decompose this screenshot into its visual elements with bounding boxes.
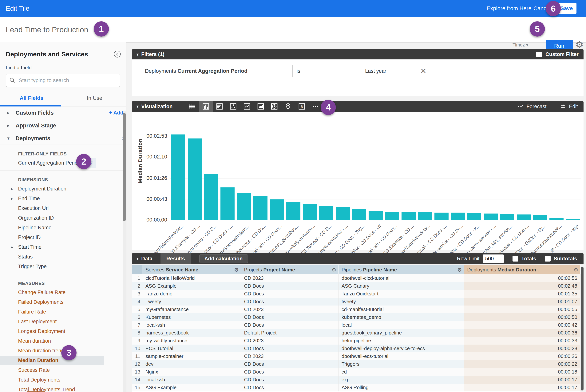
column-gear-icon[interactable]: ⚙ [574, 267, 578, 273]
field-item-project-id[interactable]: Project ID [0, 232, 126, 242]
project-name-cell[interactable]: CD Docs [241, 282, 339, 290]
pipeline-name-cell[interactable]: Triggers [339, 360, 464, 368]
chart-bar[interactable] [566, 219, 580, 220]
tile-title[interactable]: Lead Time to Production [6, 26, 88, 36]
field-item-status[interactable]: Status [0, 252, 126, 262]
chart-bar[interactable] [533, 215, 547, 220]
area-chart-icon[interactable] [254, 101, 267, 112]
chart-bar[interactable] [484, 214, 498, 220]
column-header-service-name[interactable]: Services Service Name⚙ [142, 265, 241, 274]
chart-bar[interactable] [188, 138, 202, 220]
pipeline-name-cell[interactable]: cd-manifest-tutorial [339, 306, 464, 313]
chart-bar[interactable] [286, 202, 300, 220]
column-header-median-duration[interactable]: Deployments Median Duration ↓⚙ [464, 265, 581, 274]
field-item-median-duration[interactable]: Median Duration [0, 356, 104, 365]
project-name-cell[interactable]: CD Docs [241, 313, 339, 321]
project-name-cell[interactable]: CD Docs [241, 344, 339, 352]
chart-bar[interactable] [418, 212, 432, 220]
project-name-cell[interactable]: CD 2023 [241, 352, 339, 360]
service-name-cell[interactable]: cicdTutorialHelloWorld [142, 274, 241, 282]
median-duration-cell[interactable]: 00:01:07 [464, 298, 581, 306]
data-section-bar[interactable]: ▾ Data Results Add calculation Row Limit… [132, 253, 584, 264]
visualization-section-bar[interactable]: ▾ Visualization 6 Forecast Edit [132, 101, 584, 112]
edit-vis-button[interactable]: Edit [560, 103, 578, 110]
chart-bar[interactable] [303, 204, 317, 220]
forecast-button[interactable]: Forecast [517, 103, 547, 110]
service-name-cell[interactable]: sample-container [142, 352, 241, 360]
sidebar-scrollbar-thumb[interactable] [123, 113, 126, 221]
pipeline-name-cell[interactable]: dbothwell-cicd-tutorial [339, 274, 464, 282]
median-duration-cell[interactable]: 00:02:56 [464, 274, 581, 282]
chart-bar[interactable] [204, 174, 218, 220]
sidebar-group-deployments[interactable]: ▾Deployments2 [0, 132, 126, 145]
chart-bar[interactable] [270, 200, 284, 220]
field-item-total-deployments[interactable]: Total Deployments [0, 375, 126, 385]
filter-operator-select[interactable]: is [292, 65, 350, 77]
chart-bar[interactable] [550, 218, 564, 220]
sidebar-group-custom-fields[interactable]: ▸Custom Fields+ Add [0, 106, 126, 119]
chart-bar[interactable] [352, 209, 366, 220]
filters-collapse-icon[interactable]: ▾ [136, 52, 139, 57]
service-name-cell[interactable]: harness_guestbook [142, 329, 241, 337]
field-item-start-time[interactable]: ▸Start Time [0, 242, 126, 252]
column-gear-icon[interactable]: ⚙ [457, 267, 462, 273]
field-item-success-rate[interactable]: Success Rate [0, 365, 126, 375]
field-item-failure-rate[interactable]: Failure Rate [0, 307, 126, 317]
bar-chart-icon[interactable] [213, 101, 226, 112]
column-gear-icon[interactable]: ⚙ [234, 267, 239, 273]
collapse-panel-icon[interactable] [113, 50, 121, 58]
median-duration-cell[interactable]: 00:00:42 [464, 321, 581, 329]
service-name-cell[interactable]: Tweety [142, 298, 241, 306]
project-name-cell[interactable]: CD Docs [241, 298, 339, 306]
table-vis-icon[interactable] [185, 101, 199, 112]
pipeline-name-cell[interactable]: ASG Rolling [339, 384, 464, 392]
pipeline-name-cell[interactable]: tweety [339, 298, 464, 306]
table-scrollbar-thumb[interactable] [581, 267, 584, 390]
line-chart-icon[interactable] [240, 101, 254, 112]
chart-bar[interactable] [402, 212, 416, 220]
add-custom-field-link[interactable]: + Add [109, 110, 123, 116]
pipeline-name-cell[interactable]: dbothwell-ecs-tutorial [339, 352, 464, 360]
timezone-dropdown[interactable]: Timez ▾ [513, 42, 528, 48]
project-name-cell[interactable]: CD 2023 [241, 306, 339, 313]
tab-all-fields[interactable]: All Fields [0, 95, 63, 106]
scatter-plot-icon[interactable] [226, 101, 240, 112]
project-name-cell[interactable]: CD 2023 [241, 337, 339, 344]
project-name-cell[interactable]: CD Docs [241, 360, 339, 368]
service-name-cell[interactable]: my-wildfly-instance [142, 337, 241, 344]
project-name-cell[interactable]: CD Docs [241, 290, 339, 298]
service-name-cell[interactable]: local-ssh [142, 376, 241, 384]
visualization-collapse-icon[interactable]: ▾ [136, 104, 139, 109]
field-item-execution-url[interactable]: Execution Url [0, 204, 126, 213]
project-name-cell[interactable]: CD Docs [241, 368, 339, 376]
median-duration-cell[interactable]: 00:02:48 [464, 282, 581, 290]
field-item-end-time[interactable]: ▸End Time [0, 194, 126, 204]
filters-section-bar[interactable]: ▾ Filters (1) Custom Filter [132, 49, 584, 60]
data-collapse-icon[interactable]: ▾ [136, 256, 139, 261]
chart-bar[interactable] [467, 213, 481, 220]
service-name-cell[interactable]: ECS Tutorial [142, 344, 241, 352]
service-name-cell[interactable]: dev [142, 360, 241, 368]
median-duration-cell[interactable]: 00:00:17 [464, 376, 581, 384]
field-item-longest-deployment[interactable]: Longest Deployment [0, 326, 126, 336]
subtotals-checkbox[interactable] [545, 256, 551, 262]
median-duration-cell[interactable]: 00:00:22 [464, 360, 581, 368]
pipeline-name-cell[interactable]: kubernetes_demo [339, 313, 464, 321]
chart-bar[interactable] [336, 207, 350, 220]
column-chart-icon[interactable] [199, 101, 213, 112]
service-name-cell[interactable]: Kubernetes [142, 313, 241, 321]
field-item-organization-id[interactable]: Organization ID [0, 213, 126, 223]
search-input[interactable] [18, 77, 117, 84]
median-duration-cell[interactable]: 00:00:33 [464, 337, 581, 344]
add-calculation-button[interactable]: Add calculation [199, 254, 248, 263]
pipeline-name-cell[interactable]: helm-pipeline [339, 337, 464, 344]
chart-bar[interactable] [319, 206, 333, 220]
field-item-total-deployments-trend[interactable]: Total Deployments Trend [0, 385, 126, 392]
chart-bar[interactable] [435, 212, 449, 220]
custom-filter-checkbox[interactable] [536, 52, 542, 57]
project-name-cell[interactable]: Default Project [241, 329, 339, 337]
pipeline-name-cell[interactable]: guestbook_canary_pipeline [339, 329, 464, 337]
median-duration-cell[interactable]: 00:00:18 [464, 368, 581, 376]
field-item-failed-deployments[interactable]: Failed Deployments [0, 297, 126, 307]
remove-filter-icon[interactable]: ✕ [420, 67, 427, 75]
